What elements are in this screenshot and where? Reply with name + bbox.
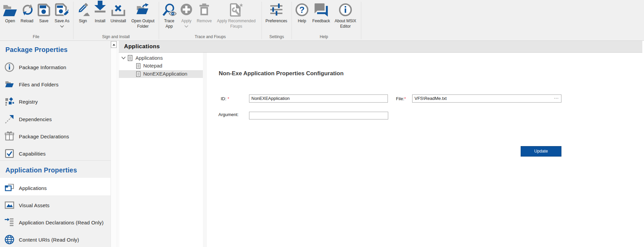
svg-text:?: ? <box>299 5 305 15</box>
